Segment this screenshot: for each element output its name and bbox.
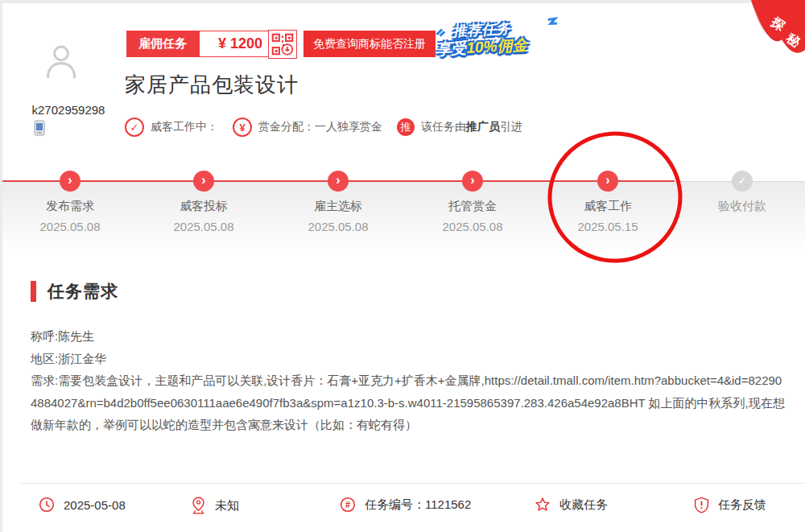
section-header: 任务需求 (31, 280, 118, 303)
requirement-demand-line: 需求:需要包装盒设计，主题和产品可以关联,设计香片：石膏+亚克力+扩香木+金属牌… (31, 369, 787, 436)
trademark-check-button[interactable]: 免费查询商标能否注册 (303, 31, 436, 57)
yen-circle-icon: ¥ (233, 118, 252, 137)
arrow-circle-icon (193, 171, 214, 192)
timeline-gradient-band (0, 182, 805, 254)
qr-code-button[interactable] (268, 30, 297, 59)
requirement-region-line: 地区:浙江金华 (31, 348, 787, 370)
page-left-border (0, 0, 2, 532)
check-circle-icon: ✓ (125, 118, 144, 137)
price-row: 雇佣任务 ¥ 1200 (126, 31, 282, 57)
status-promoter-label: 该任务由推广员引进 (421, 120, 522, 134)
mobile-phone-icon (34, 120, 45, 136)
avatar-person-icon (44, 43, 78, 79)
task-type-badge: 雇佣任务 (126, 31, 199, 57)
clock-icon (39, 497, 55, 513)
qr-code-icon (271, 33, 294, 56)
status-promoter: 推 该任务由推广员引进 (397, 118, 522, 136)
sparkle-left-icon (435, 24, 450, 38)
hash-circle-icon: # (340, 497, 356, 513)
star-icon (535, 497, 551, 513)
task-detail-page: 探 秘 k2702959298 雇佣任务 ¥ 1200 免 (0, 0, 805, 532)
timeline-step-escrow: 托管赏金 2025.05.08 (424, 171, 521, 233)
promo-highlight: 10%佣金 (466, 36, 528, 56)
footer-location: 未知 (191, 497, 239, 514)
favorite-task-button[interactable]: 收藏任务 (535, 497, 608, 513)
footer-publish-date: 2025-05-08 (39, 497, 126, 513)
username: k2702959298 (16, 103, 121, 117)
status-reward-label: 赏金分配：一人独享赏金 (258, 120, 382, 134)
check-circle-gray-icon (732, 171, 753, 192)
tui-badge-icon: 推 (397, 118, 415, 136)
location-pin-icon (191, 497, 206, 514)
task-feedback-button[interactable]: 任务反馈 (694, 497, 766, 513)
requirement-name-line: 称呼:陈先生 (31, 325, 787, 348)
status-working-label: 威客工作中： (151, 120, 218, 134)
arrow-circle-icon (462, 171, 483, 192)
timeline-step-bid: 威客投标 2025.05.08 (155, 171, 252, 233)
status-row: ✓ 威客工作中： ¥ 赏金分配：一人独享赏金 推 该任务由推广员引进 (125, 118, 522, 137)
timeline-step-accept: 验收付款 (694, 171, 791, 220)
svg-text:#: # (345, 500, 350, 509)
arrow-circle-icon (60, 171, 80, 192)
timeline-step-select: 雇主选标 2025.05.08 (290, 171, 386, 233)
shield-alert-icon (694, 497, 709, 513)
task-title: 家居产品包装设计 (125, 71, 299, 99)
footer-separator (20, 483, 805, 484)
status-working: ✓ 威客工作中： (125, 118, 218, 137)
arrow-circle-icon (597, 171, 618, 192)
page-top-border (0, 0, 805, 3)
section-red-bar (31, 281, 36, 302)
section-title: 任务需求 (47, 280, 118, 303)
sparkle-right-icon (546, 17, 559, 31)
requirement-body: 称呼:陈先生 地区:浙江金华 需求:需要包装盒设计，主题和产品可以关联,设计香片… (31, 325, 787, 436)
status-reward: ¥ 赏金分配：一人独享赏金 (233, 118, 382, 137)
promo-banner[interactable]: 推荐任务 享受10%佣金 (435, 17, 558, 65)
timeline-step-work: 威客工作 2025.05.15 (559, 171, 656, 233)
corner-peel-ribbon[interactable]: 探 秘 (724, 0, 805, 64)
arrow-circle-icon (328, 171, 349, 192)
timeline-step-publish: 发布需求 2025.05.08 (22, 171, 118, 233)
page-curl-icon: 探 秘 (724, 0, 805, 64)
footer-task-number: # 任务编号：1121562 (340, 497, 471, 513)
